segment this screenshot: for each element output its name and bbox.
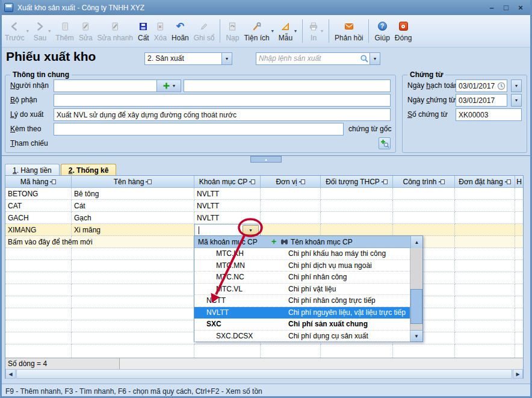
scroll-down-icon[interactable]: ▼ <box>410 330 422 341</box>
collapse-panel-button[interactable]: ▲ <box>250 156 282 163</box>
pin-icon[interactable] <box>249 179 255 184</box>
add-reference-button[interactable] <box>379 137 391 149</box>
forward-button[interactable]: Sau ▾ <box>31 16 53 46</box>
column-header[interactable]: Mã hàng <box>5 176 72 188</box>
dropdown-item[interactable]: MTC.MNChi phí dịch vụ mua ngoài <box>194 260 410 272</box>
voucher-type-select[interactable]: 2. Sản xuất ▾ <box>144 52 232 65</box>
pin-icon[interactable] <box>146 179 152 184</box>
search-icon[interactable] <box>359 53 370 64</box>
cost-item-cell[interactable]: NVLTT <box>194 200 261 212</box>
attachment-field[interactable] <box>54 123 344 135</box>
pin-icon[interactable] <box>382 179 388 184</box>
pin-icon[interactable] <box>439 179 445 184</box>
item-name-cell[interactable]: Gạch <box>72 212 194 224</box>
dropdown-item[interactable]: MTC.NCChi phí nhân công <box>194 272 410 284</box>
utilities-button[interactable]: Tiện ích ▾ <box>241 16 276 46</box>
column-header[interactable]: Đối tượng THCP <box>321 176 393 188</box>
help-button[interactable]: ? Giúp <box>372 16 392 46</box>
minimize-icon[interactable]: – <box>484 3 499 12</box>
column-header[interactable]: H <box>515 176 523 188</box>
item-code-cell[interactable]: GACH <box>5 212 72 224</box>
tab-thong-ke[interactable]: 2. Thống kê <box>61 164 117 176</box>
add-receiver-button[interactable]: ▾ <box>156 80 181 92</box>
column-header[interactable]: Đơn vị <box>261 176 321 188</box>
pin-icon[interactable] <box>505 179 511 184</box>
column-header[interactable]: Tên hàng <box>72 176 194 188</box>
undo-button[interactable]: ↶ Hoãn <box>169 16 191 46</box>
scrollbar-thumb[interactable] <box>16 369 512 379</box>
voucher-group: Chứng từ Ngày hạch toán 03/01/2017 ▾ Ngà… <box>402 75 527 153</box>
save-button[interactable]: Cất <box>135 16 152 46</box>
cost-item-cell[interactable]: NVLTT <box>194 212 261 224</box>
maximize-icon[interactable]: □ <box>499 3 513 12</box>
chevron-down-icon[interactable]: ▾ <box>271 28 274 34</box>
new-row-hint[interactable]: Bấm vào đây để thêm mới <box>8 238 93 246</box>
column-header[interactable]: Khoản mục CP <box>194 176 261 188</box>
dropdown-item-selected[interactable]: NVLTTChi phí nguyên liệu, vật liệu trực … <box>194 307 410 319</box>
table-row[interactable]: BETONG Bê tông NVLTT <box>5 188 523 200</box>
back-button[interactable]: Trước ▾ <box>2 16 31 46</box>
dropdown-item[interactable]: SXC.DCSXChi phí dụng cụ sản xuất <box>194 331 410 343</box>
chevron-down-icon[interactable]: ▾ <box>48 28 51 34</box>
plus-icon[interactable]: + <box>271 237 276 246</box>
dropdown-item[interactable]: MTC.VLChi phí vật liệu <box>194 284 410 296</box>
reason-field[interactable]: Xuất NVL sử dụng để xây dựng đường cống … <box>54 108 391 121</box>
binoculars-icon[interactable] <box>280 238 288 247</box>
table-row[interactable]: GACH Gạch NVLTT <box>5 212 523 224</box>
item-code-cell[interactable]: CAT <box>5 200 72 212</box>
summary-row: Số dòng = 4 <box>5 358 523 369</box>
scroll-right-icon[interactable]: ▶ <box>513 369 523 379</box>
production-order-search-input[interactable]: Nhập lệnh sản xuất ▾ <box>256 52 380 65</box>
cost-item-dropdown-button[interactable]: ▾ <box>243 225 259 235</box>
voucher-number-field[interactable]: XK00003 <box>456 108 522 121</box>
table-row[interactable]: CAT Cát NVLTT <box>5 200 523 212</box>
column-header[interactable]: Công trình <box>393 176 455 188</box>
pin-icon[interactable] <box>299 179 305 184</box>
voucher-date-field[interactable]: 03/01/2017 <box>456 94 507 107</box>
item-name-cell[interactable]: Bê tông <box>72 188 194 200</box>
undo-icon: ↶ <box>176 20 184 33</box>
close-icon[interactable]: × <box>513 3 528 12</box>
horizontal-scrollbar[interactable]: ◀ ▶ <box>5 369 523 379</box>
item-code-cell[interactable]: XIMANG <box>5 224 72 236</box>
chevron-down-icon[interactable]: ▾ <box>26 28 29 34</box>
cost-item-cell[interactable]: NVLTT <box>194 188 261 200</box>
table-row-active[interactable]: XIMANG Xi măng ▾ <box>5 224 523 236</box>
dropdown-scrollbar[interactable]: ▼ <box>410 248 422 341</box>
posting-date-field[interactable]: 03/01/2017 <box>456 79 507 92</box>
dropdown-item[interactable]: SXCChi phí sản xuất chung <box>194 319 410 331</box>
scrollbar-thumb[interactable] <box>410 289 422 324</box>
close-window-button[interactable]: Đóng <box>392 16 415 46</box>
cost-item-editor[interactable]: ▾ <box>194 224 261 236</box>
dropdown-item[interactable]: NCTTChi phí nhân công trực tiếp <box>194 295 410 307</box>
department-field[interactable] <box>54 94 391 107</box>
receiver-combo[interactable]: ▾ <box>54 79 181 92</box>
item-name-cell[interactable]: Cát <box>72 200 194 212</box>
column-header[interactable]: Đơn đặt hàng <box>455 176 515 188</box>
toolbar-separator <box>329 19 329 43</box>
add-button[interactable]: Thêm <box>53 16 76 46</box>
quick-edit-button[interactable]: Sửa nhanh <box>95 16 135 46</box>
chevron-down-icon[interactable]: ▾ <box>221 53 232 64</box>
post-button[interactable]: Ghi sổ <box>191 16 217 46</box>
item-name-cell[interactable]: Xi măng <box>72 224 194 236</box>
template-button[interactable]: Mẫu ▾ <box>276 16 299 46</box>
scroll-left-icon[interactable]: ◀ <box>5 369 16 379</box>
toolbar-separator <box>302 19 303 43</box>
print-button[interactable]: In ▾ <box>306 16 326 46</box>
tab-hang-tien[interactable]: 1. Hàng tiền <box>5 164 60 176</box>
dropdown-item[interactable]: MTC.KHChi phí khấu hao máy thi công <box>194 248 410 260</box>
receiver-name-field[interactable] <box>184 79 391 92</box>
posting-date-dropdown[interactable]: ▾ <box>511 79 522 92</box>
delete-button[interactable]: Xóa <box>152 16 169 46</box>
chevron-down-icon[interactable]: ▾ <box>370 53 380 64</box>
feedback-button[interactable]: Phản hồi <box>332 16 365 46</box>
voucher-date-dropdown[interactable]: ▾ <box>511 94 522 107</box>
reload-button[interactable]: Nạp <box>223 16 241 46</box>
item-code-cell[interactable]: BETONG <box>5 188 72 200</box>
pin-icon[interactable] <box>50 179 56 184</box>
chevron-down-icon[interactable]: ▾ <box>294 28 297 34</box>
edit-button[interactable]: Sửa <box>76 16 95 46</box>
chevron-down-icon[interactable]: ▾ <box>321 28 323 34</box>
scroll-up-icon[interactable]: ▲ <box>410 236 422 248</box>
